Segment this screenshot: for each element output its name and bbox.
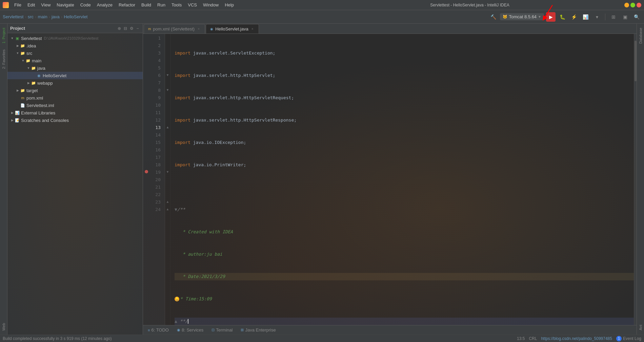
tab-services[interactable]: ◉ 8: Services	[175, 327, 205, 333]
gutter-19[interactable]	[143, 168, 150, 175]
tree-item-iml[interactable]: ▶ 📄 Servlettest.iml	[7, 102, 143, 109]
project-sync-icon[interactable]: ⊕	[117, 26, 122, 31]
breadcrumb-java[interactable]: java	[52, 14, 60, 19]
tree-item-java[interactable]: ▼ 📁 java	[7, 64, 143, 72]
tool-favorites[interactable]: 2: Favorites	[1, 47, 6, 71]
tab-helloservlet[interactable]: ◉ HelloServlet.java ×	[206, 24, 259, 34]
coverage-button[interactable]: ⚡	[569, 12, 579, 22]
code-line-9: * Created with IDEA	[175, 228, 634, 236]
run-config-selector[interactable]: 🐱 Tomcat 8.5.64 ▼	[500, 13, 544, 20]
project-collapse-icon[interactable]: ⊟	[123, 26, 128, 31]
tree-arrow-extlibs[interactable]: ▶	[10, 111, 14, 115]
tree-arrow-webapp[interactable]: ▶	[26, 81, 31, 85]
tool-database[interactable]: Database	[638, 25, 643, 46]
fold-2	[165, 41, 170, 49]
menu-vcs[interactable]: VCS	[185, 2, 200, 8]
menu-navigate[interactable]: Navigate	[54, 2, 77, 8]
fold-11	[165, 108, 170, 116]
linenum-7: 7	[150, 79, 163, 87]
breadcrumb-servlettest[interactable]: Servlettest	[3, 14, 23, 19]
fold-8[interactable]: ▼	[165, 86, 170, 93]
tree-item-helloservlet[interactable]: ▶ ◉ HelloServlet	[7, 72, 143, 79]
breadcrumb-src[interactable]: src	[28, 14, 34, 19]
minimize-button[interactable]	[624, 3, 629, 7]
fold-17	[165, 153, 170, 161]
tree-item-target[interactable]: ▶ 📁 target	[7, 87, 143, 94]
tree-item-webapp[interactable]: ▶ 📁 webapp	[7, 79, 143, 87]
project-settings-icon[interactable]: ⚙	[129, 26, 134, 31]
tool-web[interactable]: Web	[1, 320, 6, 333]
menu-run[interactable]: Run	[155, 2, 168, 8]
gutter-11	[143, 108, 150, 116]
code-area[interactable]: 1 2 3 4 5 6 7 8 9 10 11 12 13 14 15 16 1	[143, 34, 637, 325]
tree-item-pomxml[interactable]: ▶ m pom.xml	[7, 94, 143, 102]
tree-label-main: main	[32, 58, 41, 63]
menu-view[interactable]: View	[38, 2, 53, 8]
menu-tools[interactable]: Tools	[169, 2, 184, 8]
tree-item-idea[interactable]: ▶ 📁 .idea	[7, 42, 143, 49]
run-button[interactable]: ▶	[546, 12, 556, 22]
content-area: 1: Project 2: Favorites Web Project ⊕ ⊟ …	[0, 24, 644, 335]
tab-terminal[interactable]: ⊡ Terminal	[209, 327, 235, 333]
tree-item-scratches[interactable]: ▶ 📝 Scratches and Consoles	[7, 116, 143, 124]
fold-13[interactable]: ▲	[165, 123, 170, 131]
tab-todo[interactable]: ≡ 6: TODO	[146, 327, 171, 333]
maximize-button[interactable]	[630, 3, 635, 7]
project-close-icon[interactable]: −	[135, 26, 140, 31]
tree-arrow-src[interactable]: ▼	[16, 51, 20, 55]
breadcrumb-helloservlet[interactable]: HelloServlet	[64, 14, 87, 19]
event-log-area[interactable]: 1 Event Log	[616, 336, 641, 341]
menu-file[interactable]: File	[12, 2, 24, 8]
run-dropdown-button[interactable]: ▾	[592, 12, 602, 22]
tree-item-servlettest[interactable]: ▼ ▣ Servlettest D:\JAVA\work\210329\Serv…	[7, 35, 143, 42]
editor-scrollbar[interactable]	[634, 34, 637, 325]
fold-6[interactable]: ▼	[165, 71, 170, 79]
code-editor[interactable]: import javax.servlet.ServletException; i…	[170, 34, 634, 325]
linenum-5: 5	[150, 64, 163, 72]
tree-arrow-main[interactable]: ▼	[21, 59, 25, 63]
menu-refactor[interactable]: Refactor	[116, 2, 138, 8]
tab-pomxml[interactable]: m pom.xml (Servlettest) ×	[144, 24, 205, 34]
tree-arrow-servlettest[interactable]: ▼	[10, 36, 14, 40]
profile-button[interactable]: 📊	[581, 12, 590, 22]
gutter-7	[143, 79, 150, 86]
run-config-label: Tomcat 8.5.64	[509, 14, 537, 19]
tree-arrow-scratches[interactable]: ▶	[10, 118, 14, 122]
menu-edit[interactable]: Edit	[25, 2, 38, 8]
fold-24[interactable]: ▲	[165, 205, 170, 213]
tab-java-enterprise[interactable]: ⊞ Java Enterprise	[239, 327, 278, 333]
tree-arrow-java[interactable]: ▼	[26, 66, 31, 70]
menu-analyze[interactable]: Analyze	[94, 2, 115, 8]
status-url[interactable]: https://blog.csdn.net/palindo_50997485	[541, 336, 612, 341]
side-tool-left: 1: Project 2: Favorites Web	[0, 24, 7, 335]
menu-build[interactable]: Build	[139, 2, 154, 8]
menu-help[interactable]: Help	[222, 2, 237, 8]
tree-label-helloservlet: HelloServlet	[43, 73, 66, 78]
tree-label-java: java	[37, 66, 45, 71]
frame-icon[interactable]: ▣	[620, 12, 630, 22]
tree-item-external-libs[interactable]: ▶ 📊 External Libraries	[7, 109, 143, 116]
tree-item-src[interactable]: ▼ 📁 src	[7, 49, 143, 57]
tab-helloservlet-close[interactable]: ×	[250, 27, 255, 31]
debug-button[interactable]: 🐛	[558, 12, 567, 22]
search-icon[interactable]: 🔍	[632, 12, 641, 22]
hammer-icon[interactable]: 🔨	[488, 12, 498, 22]
menu-code[interactable]: Code	[78, 2, 94, 8]
layout-icon[interactable]: ⊞	[609, 12, 618, 22]
tree-item-main[interactable]: ▼ 📁 main	[7, 57, 143, 64]
breadcrumb-main[interactable]: main	[38, 14, 47, 19]
tool-ant[interactable]: Ant	[638, 322, 643, 333]
fold-19[interactable]: ▼	[165, 168, 170, 175]
tab-pomxml-close[interactable]: ×	[197, 27, 201, 31]
linenum-4: 4	[150, 57, 163, 64]
menu-window[interactable]: Window	[200, 2, 221, 8]
tree-arrow-target[interactable]: ▶	[16, 88, 20, 92]
breakpoint-19[interactable]	[145, 170, 148, 173]
fold-23[interactable]: ▲	[165, 198, 170, 205]
project-panel-header: Project ⊕ ⊟ ⚙ −	[7, 24, 143, 33]
tool-project[interactable]: 1: Project	[1, 25, 6, 46]
code-line-10: * author:ju bai	[175, 251, 634, 258]
close-button[interactable]	[637, 3, 641, 7]
scroll-thumb[interactable]	[635, 41, 637, 81]
tree-arrow-idea[interactable]: ▶	[16, 44, 20, 48]
